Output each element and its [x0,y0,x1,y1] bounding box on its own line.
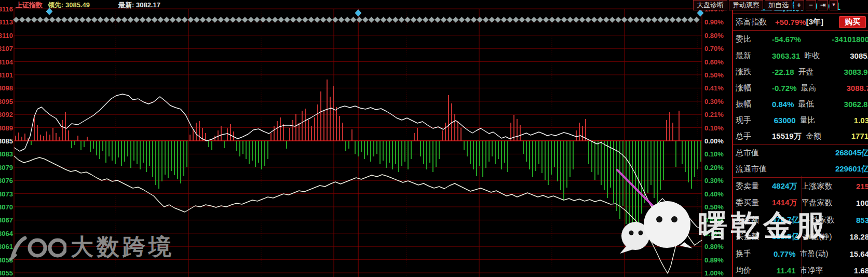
signal-diamond-icon [663,17,670,23]
skip-to-end-icon[interactable]: ⇥ [818,0,828,10]
field-label-2: 昨收 [800,51,850,61]
signal-diamond-icon [567,17,573,23]
signal-diamond-icon [37,17,44,23]
signal-diamond-icon [230,17,236,23]
price-axis-tick: 3089 [0,124,13,132]
field-label-2: 上涨家数 [797,181,847,191]
field-value: 15519万 [772,131,802,141]
quote-row-总手: 总手15519万金额1771亿 [733,128,868,144]
signal-diamond-icon [314,17,320,23]
signal-diamond-icon [356,17,362,23]
signal-diamond-icon [627,17,633,23]
signal-diamond-icon [687,17,694,23]
signal-diamond-icon [483,17,489,23]
signal-diamond-icon [212,17,218,23]
signal-diamond-icon [362,17,369,23]
price-axis-tick: 3073 [0,190,13,198]
signal-diamond-icon [519,17,525,23]
signal-diamond-icon [555,17,561,23]
percent-axis-tick: 0.10% [704,124,724,132]
highlight-diamond-icon [355,10,361,17]
field-value: -0.72% [772,84,797,93]
signal-diamond-icon [332,17,338,23]
quote-row-委卖量: 委卖量4824万上涨家数215 [733,178,868,195]
chevron-down-icon[interactable]: ▼ [830,0,838,10]
signal-diamond-icon [591,17,598,23]
field-label: 涨跌 [736,67,772,77]
signal-diamond-icon [194,17,200,23]
field-value-2: 15.64 [846,249,868,258]
signal-diamond-icon [236,17,242,23]
field-value: 11.41 [772,266,796,275]
percent-axis-tick: 0.10% [704,150,724,158]
signal-diamond-icon [278,17,284,23]
signal-diamond-icon [561,17,567,23]
field-value-2: 3088.70 [847,84,868,93]
wechat-icon [617,197,695,256]
percent-axis-tick: 0.40% [704,190,724,198]
quote-row-涨跌: 涨跌-22.18开盘3083.96 [733,64,868,80]
movement-watch-button[interactable]: 异动观察 [729,0,763,10]
field-label-2: 最低 [794,99,844,109]
signal-diamond-icon [423,17,429,23]
field-value-2: 3085.49 [850,51,868,60]
chart-header: 上证指数 领先: 3085.49 最新: 3082.17 [0,0,731,9]
field-label: 振幅 [736,99,772,109]
signal-diamond-icon [465,17,471,23]
price-axis-tick: 3098 [0,84,13,92]
field-value: 63000 [772,116,796,125]
signal-diamond-icon [675,17,682,23]
buy-button[interactable]: 购买 [839,16,866,28]
signal-diamond-icon [416,17,423,23]
zoom-out-button[interactable]: − [806,0,816,10]
zoom-in-button[interactable]: + [794,0,804,10]
quote-row-流通市值: 流通市值229601亿 [733,161,868,177]
signal-diamond-icon [266,17,272,23]
weibi-value: -54.67% [772,35,801,44]
signal-diamond-icon [609,17,616,23]
price-axis-tick: 3110 [0,32,13,39]
quote-row-最新: 最新3063.31昨收3085.49 [733,48,868,64]
price-axis-tick: 3107 [0,45,13,52]
field-label: 总手 [736,131,772,141]
price-axis-tick: 3085 [0,137,13,145]
signal-diamond-icon [501,17,507,23]
signal-diamond-icon [645,17,652,23]
signal-diamond-icon [43,17,49,23]
signal-diamond-icon [446,17,453,23]
signal-diamond-icon [91,17,98,23]
signal-diamond-icon [507,17,513,23]
signal-diamond-icon [308,17,315,23]
signal-diamond-icon [381,17,387,23]
highlight-diamond-icon [697,10,703,17]
market-diagnosis-button[interactable]: 大盘诊断 [693,0,727,10]
signal-diamond-icon [182,17,188,23]
percent-axis-tick: 0.60% [704,58,724,66]
signal-diamond-icon [386,17,392,23]
percent-axis-tick: 0.00% [704,137,724,145]
signal-diamond-icon [140,17,146,23]
field-label-2: 市净率 [796,266,846,275]
signal-diamond-icon [85,17,91,23]
signal-diamond-icon [640,17,646,23]
price-axis-tick: 3092 [0,111,13,118]
signal-diamond-icon [549,17,555,23]
right-watermark-text: 曙乾金服 [698,206,829,246]
signal-diamond-icon [98,17,104,23]
signal-diamond-icon [369,17,375,23]
signal-diamond-icon [296,17,302,23]
field-value-2: 229601亿 [835,164,868,174]
fund-return-value: +50.79% [775,18,806,27]
trading-app-window: { "header": { "symbol": "上证指数", "lead_la… [0,0,868,277]
add-watchlist-button[interactable]: 加自选 [765,0,792,10]
field-value: 4824万 [772,181,797,191]
signal-diamond-icon [471,17,477,23]
percent-axis-tick: 0.21% [704,111,724,118]
left-watermark-text: 大数跨境 [71,232,174,262]
price-axis-tick: 3067 [0,216,13,224]
signal-diamond-icon [115,17,121,23]
signal-diamond-icon [19,17,25,23]
signal-diamond-icon [543,17,549,23]
signal-diamond-icon [25,17,31,23]
field-label: 委卖量 [736,181,772,191]
